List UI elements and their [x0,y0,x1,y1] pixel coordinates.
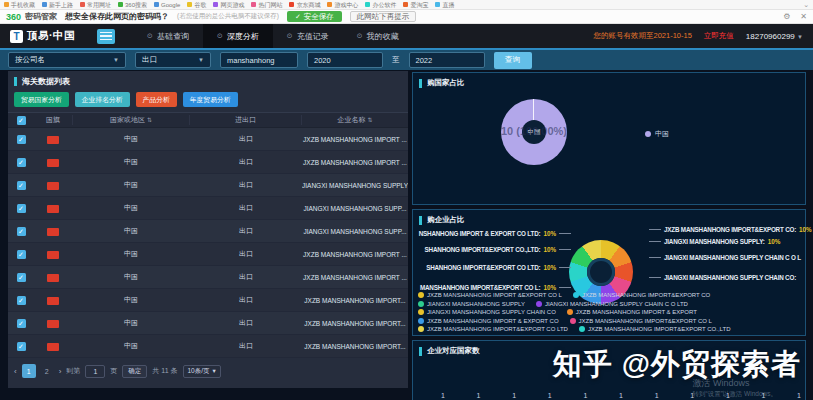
select-all-checkbox[interactable]: ✓ [17,116,26,125]
row-company-name[interactable]: JXZB MANSHANHONG IMPORT ... [302,274,408,281]
year-to-input[interactable]: 2022 [409,52,485,68]
menu-item-深度分析[interactable]: ⊙深度分析 [203,24,273,48]
bookmark-item[interactable]: 360搜索 [118,2,147,8]
row-company-name[interactable]: JIANGXI MANSHANHONG SUPPLY [302,182,408,189]
column-country[interactable]: 国家或地区⇅ [72,115,190,125]
row-checkbox[interactable]: ✓ [17,273,26,282]
table-row[interactable]: ✓中国出口JXZB MANSHANHONG IMPORT... [8,335,408,358]
table-row[interactable]: ✓中国出口JXZB MANSHANHONG IMPORT... [8,289,408,312]
row-company-name[interactable]: JXZB MANSHANHONG IMPORT... [302,343,408,350]
page-number-2[interactable]: 2 [40,364,54,378]
menu-item-充值记录[interactable]: ⊙充值记录 [273,24,343,48]
analysis-button[interactable]: 贸易国家分析 [14,92,69,107]
row-company-name[interactable]: JXZB MANSHANHONG IMPORT ... [302,251,408,258]
analysis-button[interactable]: 企业排名分析 [75,92,130,107]
close-icon[interactable]: ✕ [800,12,807,21]
table-row[interactable]: ✓中国出口JIANGXI MANSHANHONG SUPP... [8,220,408,243]
country-legend-item[interactable]: 中国 [645,129,669,139]
bookmark-item[interactable]: 热门网站 [251,2,282,8]
hamburger-menu-icon[interactable] [97,29,115,44]
goto-page-input[interactable]: 1 [85,365,105,378]
legend-item[interactable]: JIANGXI MANSHANHONG SUPPLY [418,301,525,307]
bookmark-label: 360搜索 [125,2,147,8]
row-checkbox[interactable]: ✓ [17,227,26,236]
table-row[interactable]: ✓中国出口JXZB MANSHANHONG IMPORT ... [8,266,408,289]
password-save-note: (若您使用的是公共电脑不建议保存) [177,12,279,21]
row-checkbox[interactable]: ✓ [17,158,26,167]
goto-confirm-button[interactable]: 确定 [122,365,147,378]
table-row[interactable]: ✓中国出口JXZB MANSHANHONG IMPORT... [8,312,408,335]
gear-icon[interactable]: ⚙ [783,12,790,21]
row-checkbox[interactable]: ✓ [17,319,26,328]
bookmarks-bar: 手机收藏新手上路常用网址360搜索Google谷歌网页游戏热门网站京东商城游戏中… [0,0,813,10]
sort-icon[interactable]: ⇅ [147,117,152,123]
page-number-1[interactable]: 1 [22,364,36,378]
analysis-button[interactable]: 产品分析 [136,92,177,107]
donut-callout: MANSHANHONG IMPORT&EXPORT CO L:10% [420,284,571,291]
legend-item[interactable]: JIANGXI MANSHANHONG SUPPLY CHAIN C O LTD [536,301,688,307]
china-flag-icon [47,343,59,351]
legend-item[interactable]: JIANGXI MANSHANHONG SUPPLY CHAIN CO [418,309,556,315]
table-row[interactable]: ✓中国出口JIANGXI MANSHANHONG SUPPLY [8,174,408,197]
legend-item[interactable]: JXZB MANSHANHONG IMPORT&EXPORT CO.,LTD [579,326,731,332]
row-company-name[interactable]: JXZB MANSHANHONG IMPORT ... [302,136,408,143]
row-checkbox[interactable]: ✓ [17,181,26,190]
row-checkbox[interactable]: ✓ [17,296,26,305]
legend-item[interactable]: JXZB MANSHANHONG IMPORT&EXPORT CO LTD [418,326,568,332]
query-button[interactable]: 查询 [494,52,532,69]
menu-item-基础查询[interactable]: ⊙基础查询 [133,24,203,48]
analysis-button[interactable]: 年度贸易分析 [183,92,238,107]
row-company-name[interactable]: JIANGXI MANSHANHONG SUPP... [302,228,408,235]
save-password-button[interactable]: ✓ 安全保存 [287,11,342,22]
row-checkbox[interactable]: ✓ [17,204,26,213]
row-checkbox[interactable]: ✓ [17,250,26,259]
bookmark-item[interactable]: 谷歌 [187,2,206,8]
legend-item[interactable]: JXZB MANSHANHONG IMPORT & EXPORT [567,309,697,315]
legend-item[interactable]: JXZB MANSHANHONG IMPORT &EXPORT CO L [418,292,562,298]
bookmark-item[interactable]: 办公软件 [365,2,396,8]
page-size-select[interactable]: 10条/页 ▾ [183,365,221,378]
bookmark-item[interactable]: 爱淘宝 [403,2,428,8]
trade-type-select[interactable]: 出口▼ [135,52,211,68]
search-field-select[interactable]: 按公司名▼ [8,52,126,68]
keyword-input[interactable]: manshanhong [220,52,298,68]
table-row[interactable]: ✓中国出口JXZB MANSHANHONG IMPORT ... [8,128,408,151]
table-row[interactable]: ✓中国出口JXZB MANSHANHONG IMPORT ... [8,243,408,266]
next-page-button[interactable]: › [59,367,62,376]
legend-item[interactable]: JXZB MANSHANHONG IMPORT&EXPORT CO L [570,318,712,324]
row-company-name[interactable]: JXZB MANSHANHONG IMPORT... [302,297,408,304]
row-company-name[interactable]: JXZB MANSHANHONG IMPORT ... [302,159,408,166]
row-checkbox[interactable]: ✓ [17,342,26,351]
bookmark-item[interactable]: 手机收藏 [4,2,35,8]
recharge-link[interactable]: 立即充值 [704,31,734,41]
bookmark-label: 办公软件 [372,2,396,8]
column-company[interactable]: 企业名称⇅ [302,115,408,125]
legend-label: JXZB MANSHANHONG IMPORT&EXPORT CO LTD [427,326,568,332]
table-row[interactable]: ✓中国出口JIANGXI MANSHANHONG SUPP... [8,197,408,220]
sort-icon[interactable]: ⇅ [367,117,372,123]
prev-page-button[interactable]: ‹ [14,367,17,376]
row-trade-type: 出口 [190,226,302,236]
account-phone-dropdown[interactable]: 18270960299 ▼ [746,32,803,41]
year-from-input[interactable]: 2020 [307,52,383,68]
bookmark-item[interactable]: 直播 [435,2,454,8]
bookmark-item[interactable]: 常用网址 [80,2,111,8]
bookmark-item[interactable]: 网页游戏 [213,2,244,8]
row-checkbox[interactable]: ✓ [17,135,26,144]
table-row[interactable]: ✓中国出口JXZB MANSHANHONG IMPORT ... [8,151,408,174]
bookmark-item[interactable]: 京东商城 [289,2,320,8]
menu-item-我的收藏[interactable]: ⊙我的收藏 [343,24,413,48]
bookmark-item[interactable]: 新手上路 [42,2,73,8]
bookmark-label: 直播 [442,2,454,8]
dismiss-password-button[interactable]: 此网站下再提示 [350,11,417,22]
pagination: ‹ 12 › 到第 1 页 确定 共 11 条 10条/页 ▾ [8,358,408,384]
legend-item[interactable]: JXZB MANSHANHONG IMPORT&EXPORT CO [573,292,710,298]
bar-value-label: 1 [441,392,445,399]
row-company-name[interactable]: JXZB MANSHANHONG IMPORT... [302,320,408,327]
bookmarks-overflow-icon[interactable]: ⌄ [803,1,809,9]
legend-item[interactable]: JXZB MANSHANHONG IMPORT & EXPORT CO [418,318,559,324]
callout-line [559,233,571,234]
bookmark-item[interactable]: 游戏中心 [327,2,358,8]
bookmark-item[interactable]: Google [154,2,180,8]
row-company-name[interactable]: JIANGXI MANSHANHONG SUPP... [302,205,408,212]
